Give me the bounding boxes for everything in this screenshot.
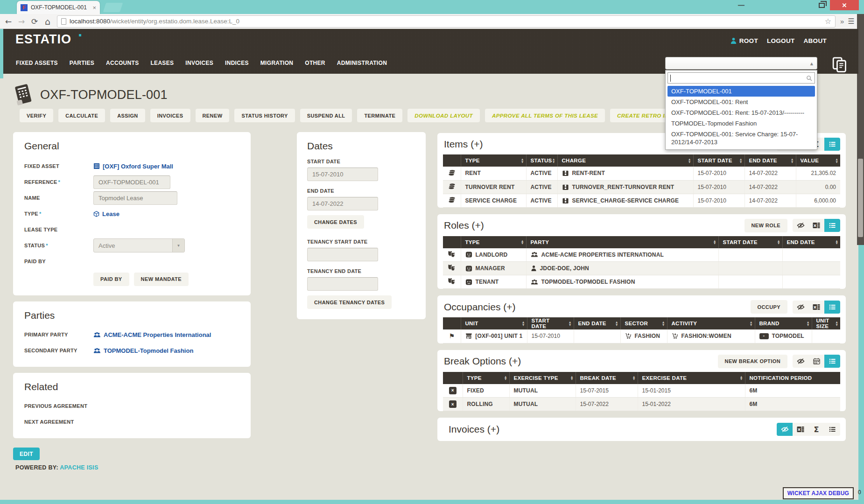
back-icon[interactable]: ← <box>2 17 15 26</box>
table-row[interactable]: MANAGER JDOE-DOE, JOHN <box>443 262 840 275</box>
break-sort-exercise-type[interactable]: EXERCISE TYPE▲▼ <box>509 372 576 384</box>
occupy-button[interactable]: OCCUPY <box>751 300 787 314</box>
home-icon[interactable]: ⌂ <box>41 16 54 27</box>
charge-link[interactable]: TURNOVER_RENT-TURNOVER RENT <box>572 184 674 190</box>
assign-button[interactable]: ASSIGN <box>110 109 145 122</box>
picker-search[interactable] <box>667 72 815 84</box>
hide-columns-button[interactable] <box>777 423 793 436</box>
window-close-button[interactable]: ✕ <box>830 0 859 10</box>
table-row[interactable]: TENANT TOPMODEL-TOPMODEL FASHION <box>443 275 840 289</box>
picker-search-input[interactable] <box>673 73 804 83</box>
name-field[interactable] <box>93 191 177 205</box>
unit-link[interactable]: [OXF-001] UNIT 1 <box>475 333 522 339</box>
nav-administration[interactable]: ADMINISTRATION <box>337 60 387 66</box>
toolbar-overflow-icon[interactable]: » <box>840 17 844 25</box>
nav-invoices[interactable]: INVOICES <box>185 60 213 66</box>
picker-option[interactable]: OXF-TOPMODEL-001 <box>667 86 815 97</box>
table-row[interactable]: × FIXED MUTUAL 15-07-2015 15-01-2015 6M <box>443 384 840 398</box>
charge-link[interactable]: SERVICE_CHARGE-SERVICE CHARGE <box>572 197 679 204</box>
status-select[interactable]: Active ▼ <box>93 238 185 252</box>
start-date-field[interactable] <box>307 168 378 181</box>
nav-indices[interactable]: INDICES <box>225 60 249 66</box>
occupancies-sort-activity[interactable]: ACTIVITY▲▼ <box>667 317 755 329</box>
break-sort-type[interactable]: TYPE▲▼ <box>463 372 509 384</box>
window-minimize-button[interactable]: — <box>732 0 751 10</box>
occupancies-sort-unit[interactable]: UNIT▲▼ <box>461 317 527 329</box>
hide-columns-button[interactable] <box>793 219 808 232</box>
picker-option[interactable]: OXF-TOPMODEL-001: Service Charge: 15-07-… <box>667 129 815 147</box>
scrollbar-thumb[interactable] <box>858 159 863 237</box>
hide-columns-button[interactable] <box>793 355 808 368</box>
items-sort-type[interactable]: TYPE▲▼ <box>461 154 526 167</box>
party-link[interactable]: TOPMODEL-TOPMODEL FASHION <box>541 279 635 285</box>
items-sort-start-date[interactable]: START DATE▲▼ <box>693 154 745 167</box>
end-date-field[interactable] <box>307 197 378 210</box>
table-row[interactable]: ⚑ [OXF-001] UNIT 1 15-07-2010 FASHION FA… <box>443 329 840 343</box>
table-view-button[interactable] <box>824 355 840 368</box>
nav-parties[interactable]: PARTIES <box>70 60 94 66</box>
table-view-button[interactable] <box>824 423 840 436</box>
occupancies-sort-start-date[interactable]: START DATE▲▼ <box>527 317 574 329</box>
apache-isis-link[interactable]: APACHE ISIS <box>60 464 98 471</box>
items-sort-value[interactable]: VALUE▲▼ <box>796 154 840 167</box>
summary-button[interactable]: Σ <box>808 423 824 436</box>
table-row[interactable]: TURNOVER RENT ACTIVE TURNOVER_RENT-TURNO… <box>443 180 840 194</box>
break-sort-notification-period[interactable]: NOTIFICATION PERIOD <box>745 372 840 384</box>
occupancies-sort-end-date[interactable]: END DATE▲▼ <box>574 317 620 329</box>
paid-by-button[interactable]: PAID BY <box>93 273 129 286</box>
charge-link[interactable]: RENT-RENT <box>572 170 605 176</box>
copy-bookmark-button[interactable] <box>831 56 848 76</box>
verify-button[interactable]: VERIFY <box>20 109 53 122</box>
type-link[interactable]: Lease <box>93 210 119 217</box>
roles-sort-start-date[interactable]: START DATE▲▼ <box>718 236 782 248</box>
renew-button[interactable]: RENEW <box>196 109 230 122</box>
party-link[interactable]: ACME-ACME PROPERTIES INTERNATIONAL <box>541 252 664 258</box>
download-layout-button[interactable]: DOWNLOAD LAYOUT <box>407 109 480 122</box>
break-sort-exercise-date[interactable]: EXERCISE DATE▲▼ <box>638 372 745 384</box>
entity-picker-toggle[interactable]: ▲ <box>665 57 817 70</box>
status-history-button[interactable]: STATUS HISTORY <box>234 109 295 122</box>
browser-tab[interactable]: F OXF-TOPMODEL-001 × <box>17 1 100 14</box>
brand-link[interactable]: TOPMODEL <box>772 333 804 339</box>
user-root-link[interactable]: ROOT <box>730 37 758 44</box>
roles-sort-party[interactable]: PARTY▲▼ <box>526 236 718 248</box>
edit-button[interactable]: EDIT <box>13 448 40 460</box>
hide-columns-button[interactable] <box>793 301 808 314</box>
change-tenancy-dates-button[interactable]: CHANGE TENANCY DATES <box>307 295 392 309</box>
approve-all-terms-button[interactable]: APPROVE ALL TERMS OF THIS LEASE <box>485 109 605 122</box>
new-tab-button[interactable] <box>103 3 123 12</box>
suspend-all-button[interactable]: SUSPEND ALL <box>300 109 352 122</box>
tenancy-start-date-field[interactable] <box>307 248 378 261</box>
terminate-button[interactable]: TERMINATE <box>357 109 402 122</box>
reference-field[interactable] <box>93 175 170 189</box>
nav-other[interactable]: OTHER <box>305 60 325 66</box>
items-sort-charge[interactable]: CHARGE▲▼ <box>557 154 693 167</box>
secondary-party-link[interactable]: TOPMODEL-Topmodel Fashion <box>93 347 193 354</box>
refresh-icon[interactable]: ⟳ <box>28 17 41 26</box>
tab-close-icon[interactable]: × <box>92 4 96 11</box>
new-break-option-button[interactable]: NEW BREAK OPTION <box>718 355 787 368</box>
table-row[interactable]: × ROLLING MUTUAL 15-07-2022 15-01-2022 6… <box>443 398 840 411</box>
table-row[interactable]: LANDLORD ACME-ACME PROPERTIES INTERNATIO… <box>443 248 840 262</box>
nav-accounts[interactable]: ACCOUNTS <box>106 60 139 66</box>
table-view-button[interactable] <box>824 219 840 232</box>
picker-option[interactable]: OXF-TOPMODEL-001: Rent: 15-07-2013/-----… <box>667 107 815 118</box>
tenancy-end-date-field[interactable] <box>307 277 378 291</box>
items-sort-status[interactable]: STATUS▲▼ <box>526 154 557 167</box>
picker-option[interactable]: OXF-TOPMODEL-001: Rent <box>667 97 815 107</box>
wicket-ajax-debug-link[interactable]: WICKET AJAX DEBUG <box>783 487 854 499</box>
estatio-logo[interactable]: ESTATIO <box>15 32 71 47</box>
party-link[interactable]: JDOE-DOE, JOHN <box>540 265 590 272</box>
nav-leases[interactable]: LEASES <box>150 60 174 66</box>
bookmark-star-icon[interactable]: ☆ <box>825 17 831 26</box>
calculate-button[interactable]: CALCULATE <box>58 109 105 122</box>
logout-link[interactable]: LOGOUT <box>767 37 795 44</box>
items-sort-end-date[interactable]: END DATE▲▼ <box>745 154 796 167</box>
break-sort-break-date[interactable]: BREAK DATE▲▼ <box>576 372 638 384</box>
invoices-button[interactable]: INVOICES <box>150 109 190 122</box>
fixed-asset-link[interactable]: [OXF] Oxford Super Mall <box>93 163 173 170</box>
calendar-view-button[interactable] <box>808 355 824 368</box>
table-view-button[interactable] <box>824 138 840 151</box>
new-role-button[interactable]: NEW ROLE <box>745 219 787 232</box>
table-view-button[interactable] <box>824 301 840 314</box>
